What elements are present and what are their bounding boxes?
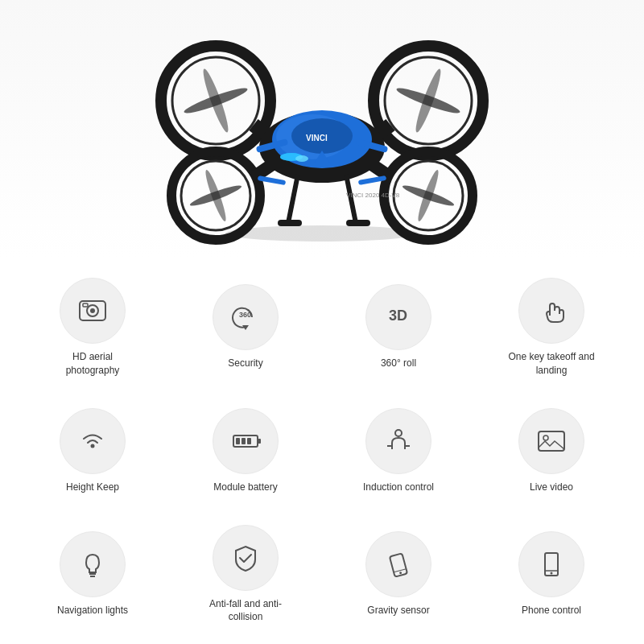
svg-point-57 [543,436,548,440]
features-grid: HD aerial photography 360 ° Security 3D … [0,258,644,644]
feature-hd-aerial: HD aerial photography [16,266,169,389]
svg-line-33 [346,175,356,223]
feature-battery: Module battery [169,389,322,512]
feature-circle-hd [60,278,126,344]
feature-label-antifall: Anti-fall and anti-collision [201,597,290,625]
feature-circle-induction [365,408,431,474]
feature-label-hd: HD aerial photography [48,350,137,378]
feature-circle-navigation [60,531,126,597]
svg-rect-51 [242,438,246,444]
svg-rect-49 [258,439,261,444]
feature-height: Height Keep [16,389,169,512]
feature-label-navigation: Navigation lights [57,604,128,617]
feature-circle-roll: 3D [365,284,431,350]
svg-rect-42 [83,303,88,307]
feature-circle-battery [213,408,279,474]
svg-point-47 [91,444,95,448]
svg-rect-52 [247,438,251,444]
feature-circle-security: 360 ° [213,284,279,350]
feature-circle-takeoff [518,278,584,344]
feature-livevideo: Live video [475,389,628,512]
feature-label-height: Height Keep [66,481,119,494]
svg-point-53 [395,430,402,436]
feature-label-induction: Induction control [363,481,434,494]
svg-rect-60 [390,553,407,576]
svg-point-65 [551,572,553,574]
feature-navigation: Navigation lights [16,513,169,636]
feature-label-gravity: Gravity sensor [367,604,429,617]
feature-label-livevideo: Live video [530,481,573,494]
feature-circle-gravity [365,531,431,597]
svg-text:3D: 3D [389,308,407,324]
svg-point-62 [399,572,402,575]
svg-text:VINCI: VINCI [306,134,328,142]
feature-gravity: Gravity sensor [322,513,475,636]
drone-image: VINCI [137,20,507,246]
drone-section: VINCI [0,0,644,258]
svg-rect-34 [278,220,302,226]
svg-line-61 [394,569,406,572]
feature-phone: Phone control [475,513,628,636]
feature-label-roll: 360° roll [381,357,416,370]
svg-point-23 [295,155,308,162]
feature-security: 360 ° Security [169,266,322,389]
feature-circle-phone [518,531,584,597]
feature-antifall: Anti-fall and anti-collision [169,513,322,636]
feature-label-phone: Phone control [522,604,581,617]
feature-roll: 3D 360° roll [322,266,475,389]
feature-takeoff: One key takeoff and landing [475,266,628,389]
svg-rect-56 [539,431,564,451]
svg-point-0 [225,225,419,242]
feature-induction: Induction control [322,389,475,512]
svg-line-32 [288,175,298,223]
svg-text:°: ° [247,309,250,315]
svg-rect-35 [346,220,370,226]
feature-circle-height [60,408,126,474]
svg-point-41 [90,308,95,313]
feature-circle-livevideo [518,408,584,474]
svg-rect-50 [236,438,240,444]
feature-circle-antifall [213,525,279,591]
feature-label-takeoff: One key takeoff and landing [507,350,596,378]
feature-label-battery: Module battery [213,481,277,494]
svg-text:VINCI 2020 4D-V8: VINCI 2020 4D-V8 [346,192,400,199]
feature-label-security: Security [228,357,262,370]
